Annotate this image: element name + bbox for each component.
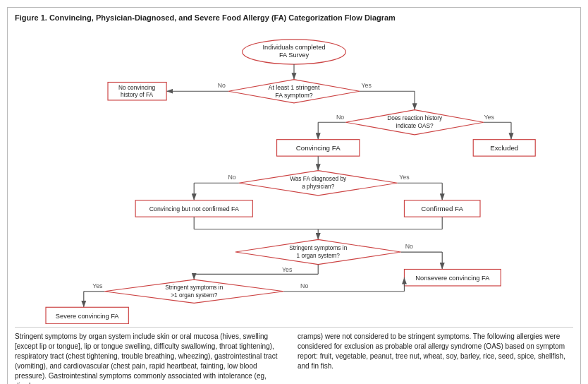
svg-text:a physician?: a physician? [302,183,335,190]
svg-text:Individuals completed: Individuals completed [262,44,325,51]
svg-text:Yes: Yes [484,114,495,121]
svg-text:history of FA: history of FA [121,91,154,98]
svg-text:At least 1 stringent: At least 1 stringent [269,84,320,91]
svg-text:No convincing: No convincing [118,84,156,91]
diagram-area: Individuals completed FA Survey At least… [15,28,573,324]
svg-text:Stringent symptoms in: Stringent symptoms in [289,244,347,251]
svg-text:Does reaction history: Does reaction history [387,114,443,121]
svg-text:>1 organ system?: >1 organ system? [171,292,218,299]
svg-text:No: No [300,282,308,289]
svg-text:Yes: Yes [282,266,293,273]
svg-text:Excluded: Excluded [490,144,518,152]
caption-right: cramps) were not considered to be string… [298,332,573,384]
caption-area: Stringent symptoms by organ system inclu… [15,327,573,384]
svg-text:Yes: Yes [399,174,410,181]
svg-text:Nonsevere convincing FA: Nonsevere convincing FA [415,275,490,282]
svg-text:No: No [336,114,344,121]
svg-text:Yes: Yes [361,82,372,89]
flow-diagram: Individuals completed FA Survey At least… [15,28,573,324]
svg-text:No: No [405,243,413,250]
caption-left: Stringent symptoms by organ system inclu… [15,332,290,384]
figure-container: Figure 1. Convincing, Physician-Diagnose… [7,7,581,384]
figure-title: Figure 1. Convincing, Physician-Diagnose… [15,13,573,22]
svg-text:FA symptom?: FA symptom? [275,92,312,99]
svg-text:Was FA diagnosed by: Was FA diagnosed by [290,175,347,182]
svg-text:No: No [228,174,235,181]
svg-text:Confirmed FA: Confirmed FA [421,205,463,212]
svg-text:Convincing FA: Convincing FA [296,144,341,152]
svg-text:Stringent symptoms in: Stringent symptoms in [165,284,223,291]
svg-text:Severe convincing FA: Severe convincing FA [56,313,119,320]
svg-text:1 organ system?: 1 organ system? [297,252,341,259]
svg-text:No: No [218,82,226,89]
svg-text:indicate OAS?: indicate OAS? [396,122,434,129]
svg-text:Yes: Yes [92,282,103,289]
svg-text:Convincing but not confirmed F: Convincing but not confirmed FA [149,205,239,212]
svg-text:FA Survey: FA Survey [279,52,310,59]
